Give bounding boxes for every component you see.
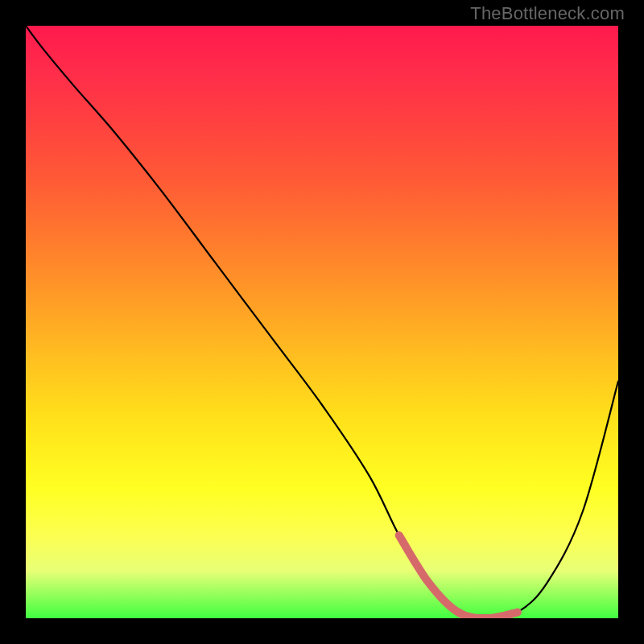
bottleneck-curve [26,26,618,618]
plot-area [26,26,618,618]
chart-container: TheBottleneck.com [0,0,644,644]
watermark-text: TheBottleneck.com [470,3,625,24]
